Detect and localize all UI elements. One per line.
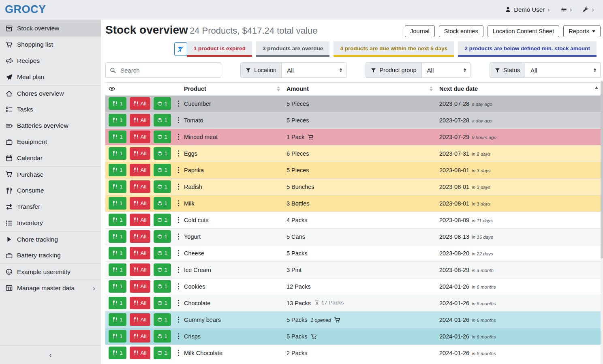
consume-all-button[interactable]: All (130, 263, 150, 276)
sidebar-item-chores-overview[interactable]: Chores overview (0, 85, 101, 101)
consume-all-button[interactable]: All (130, 313, 150, 326)
user-menu[interactable]: Demo User › (505, 6, 550, 13)
consume-all-button[interactable]: All (130, 131, 150, 143)
toolbar-button-reports[interactable]: Reports (563, 25, 601, 37)
consume-all-button[interactable]: All (130, 197, 150, 210)
status-banner-expired[interactable]: 1 product is expired (187, 41, 252, 57)
status-banner-belowmin[interactable]: 2 products are below defined min. stock … (458, 41, 597, 57)
scrollbar-thumb[interactable] (601, 81, 603, 259)
open-one-button[interactable]: 1 (154, 247, 171, 259)
open-one-button[interactable]: 1 (154, 197, 171, 210)
sidebar-item-example-userentity[interactable]: Example userentity (0, 263, 101, 280)
status-banner-overdue[interactable]: 3 products are overdue (256, 41, 329, 57)
open-one-button[interactable]: 1 (154, 114, 171, 126)
settings-menu[interactable]: › (561, 6, 572, 13)
consume-one-button[interactable]: 1 (109, 180, 126, 193)
status-select[interactable]: All (525, 62, 601, 78)
column-header-amount[interactable]: Amount (283, 83, 436, 96)
consume-all-button[interactable]: All (130, 280, 150, 293)
row-menu-button[interactable] (176, 281, 181, 292)
admin-menu[interactable]: › (583, 6, 594, 13)
consume-one-button[interactable]: 1 (109, 247, 126, 259)
consume-all-button[interactable]: All (130, 297, 150, 309)
open-one-button[interactable]: 1 (154, 313, 171, 326)
row-menu-button[interactable] (176, 331, 181, 342)
status-banner-duesoon[interactable]: 4 products are due within the next 5 day… (334, 41, 454, 57)
row-menu-button[interactable] (176, 131, 181, 142)
open-one-button[interactable]: 1 (154, 164, 171, 176)
row-menu-button[interactable] (176, 181, 181, 192)
row-menu-button[interactable] (176, 347, 181, 358)
consume-one-button[interactable]: 1 (109, 230, 126, 243)
sidebar-item-recipes[interactable]: Recipes (0, 53, 101, 69)
consume-one-button[interactable]: 1 (109, 297, 126, 309)
column-header-next-due-date[interactable]: Next due date (436, 83, 601, 96)
open-one-button[interactable]: 1 (154, 280, 171, 293)
sidebar-item-chore-tracking[interactable]: Chore tracking (0, 231, 101, 247)
row-menu-button[interactable] (176, 98, 181, 109)
consume-one-button[interactable]: 1 (109, 164, 126, 176)
sidebar-item-equipment[interactable]: Equipment (0, 134, 101, 150)
sidebar-item-transfer[interactable]: Transfer (0, 199, 101, 215)
open-one-button[interactable]: 1 (154, 131, 171, 143)
sidebar-item-purchase[interactable]: Purchase (0, 166, 101, 182)
row-menu-button[interactable] (176, 165, 181, 176)
location-select[interactable]: All (282, 62, 346, 78)
row-menu-button[interactable] (176, 264, 181, 275)
consume-one-button[interactable]: 1 (109, 114, 126, 126)
open-one-button[interactable]: 1 (154, 330, 171, 343)
open-one-button[interactable]: 1 (154, 97, 171, 110)
open-one-button[interactable]: 1 (154, 180, 171, 193)
consume-one-button[interactable]: 1 (109, 347, 126, 359)
consume-one-button[interactable]: 1 (109, 280, 126, 293)
open-one-button[interactable]: 1 (154, 230, 171, 243)
consume-all-button[interactable]: All (130, 214, 150, 226)
open-one-button[interactable]: 1 (154, 297, 171, 309)
clear-filters-button[interactable] (174, 42, 187, 56)
consume-all-button[interactable]: All (130, 114, 150, 126)
row-menu-button[interactable] (176, 248, 181, 259)
row-menu-button[interactable] (176, 148, 181, 159)
consume-all-button[interactable]: All (130, 247, 150, 259)
sidebar-item-batteries-overview[interactable]: Batteries overview (0, 118, 101, 134)
sidebar-collapse-button[interactable]: ‹ (0, 345, 101, 364)
sidebar-item-manage-master-data[interactable]: Manage master data › (0, 280, 101, 296)
sidebar-item-consume[interactable]: Consume (0, 182, 101, 199)
consume-one-button[interactable]: 1 (109, 131, 126, 143)
consume-all-button[interactable]: All (130, 347, 150, 359)
column-header-product[interactable]: Product (181, 83, 283, 96)
search-input[interactable] (120, 66, 217, 74)
row-menu-button[interactable] (176, 314, 181, 325)
sidebar-item-calendar[interactable]: Calendar (0, 150, 101, 166)
sidebar-item-shopping-list[interactable]: Shopping list (0, 36, 101, 53)
open-one-button[interactable]: 1 (154, 263, 171, 276)
consume-one-button[interactable]: 1 (109, 97, 126, 110)
consume-all-button[interactable]: All (130, 230, 150, 243)
consume-one-button[interactable]: 1 (109, 313, 126, 326)
consume-one-button[interactable]: 1 (109, 214, 126, 226)
sidebar-item-stock-overview[interactable]: Stock overview (0, 20, 101, 36)
sidebar-item-meal-plan[interactable]: Meal plan (0, 69, 101, 85)
row-menu-button[interactable] (176, 198, 181, 209)
toolbar-button-journal[interactable]: Journal (405, 25, 435, 37)
consume-one-button[interactable]: 1 (109, 330, 126, 343)
consume-one-button[interactable]: 1 (109, 147, 126, 160)
row-menu-button[interactable] (176, 214, 181, 225)
app-logo[interactable]: GROCY (5, 3, 46, 16)
row-menu-button[interactable] (176, 231, 181, 242)
consume-all-button[interactable]: All (130, 147, 150, 160)
sidebar-item-tasks[interactable]: Tasks (0, 101, 101, 118)
page-scrollbar[interactable] (601, 80, 603, 364)
consume-all-button[interactable]: All (130, 180, 150, 193)
toolbar-button-stock-entries[interactable]: Stock entries (439, 25, 483, 37)
open-one-button[interactable]: 1 (154, 347, 171, 359)
sidebar-item-battery-tracking[interactable]: Battery tracking (0, 247, 101, 263)
consume-all-button[interactable]: All (130, 164, 150, 176)
open-one-button[interactable]: 1 (154, 214, 171, 226)
toolbar-button-location-content-sheet[interactable]: Location Content Sheet (488, 25, 560, 37)
consume-one-button[interactable]: 1 (109, 197, 126, 210)
consume-one-button[interactable]: 1 (109, 263, 126, 276)
row-menu-button[interactable] (176, 115, 181, 126)
row-menu-button[interactable] (176, 298, 181, 308)
open-one-button[interactable]: 1 (154, 147, 171, 160)
